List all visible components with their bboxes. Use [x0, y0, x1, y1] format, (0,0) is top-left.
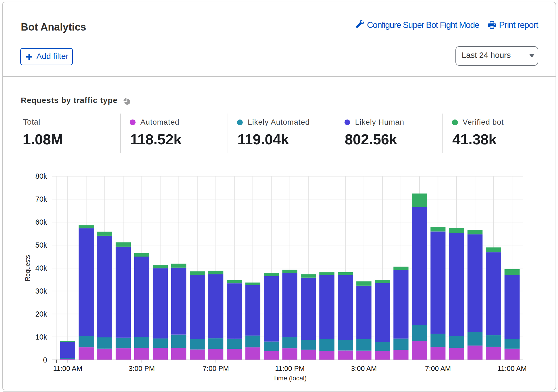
svg-text:11:00 AM: 11:00 AM [497, 364, 527, 373]
svg-text:20k: 20k [35, 310, 47, 318]
svg-text:40k: 40k [35, 264, 47, 272]
svg-text:30k: 30k [35, 287, 47, 295]
svg-text:11:00 AM: 11:00 AM [53, 364, 82, 373]
svg-text:3:00 AM: 3:00 AM [351, 364, 377, 373]
svg-text:70k: 70k [35, 195, 47, 203]
svg-text:10k: 10k [35, 333, 47, 341]
svg-text:50k: 50k [35, 241, 47, 249]
svg-text:7:00 PM: 7:00 PM [203, 364, 229, 373]
svg-text:3:00 PM: 3:00 PM [129, 364, 155, 373]
svg-text:0: 0 [43, 356, 47, 364]
svg-text:80k: 80k [35, 172, 47, 180]
svg-text:11:00 PM: 11:00 PM [275, 364, 304, 373]
svg-text:7:00 AM: 7:00 AM [425, 364, 451, 373]
svg-text:Time (local): Time (local) [273, 374, 307, 382]
svg-text:60k: 60k [35, 218, 47, 226]
svg-text:Requests: Requests [24, 255, 31, 281]
